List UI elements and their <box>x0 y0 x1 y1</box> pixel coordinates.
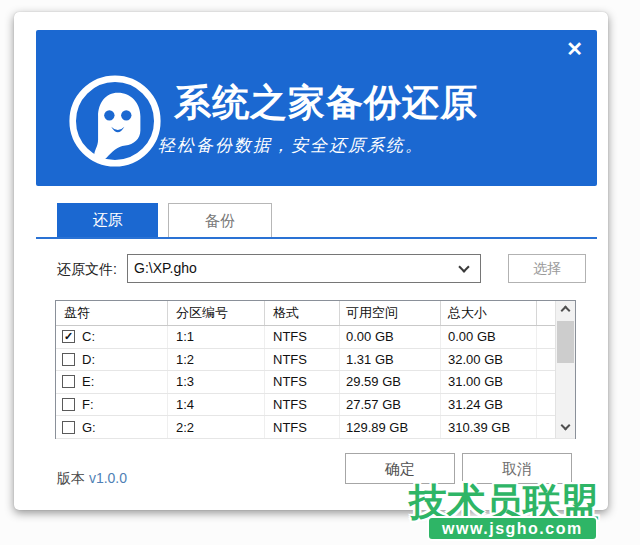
ghost-logo-icon <box>68 74 162 168</box>
app-title: 系统之家备份还原 <box>174 78 478 128</box>
drive-cell: G: <box>56 416 168 438</box>
table-cell: 1.31 GB <box>340 349 441 371</box>
row-checkbox[interactable] <box>62 421 75 434</box>
restore-file-label: 还原文件: <box>57 261 117 279</box>
partition-table: 盘符分区编号格式可用空间总大小 ✓C:1:1NTFS0.00 GB0.00 GB… <box>55 300 576 439</box>
table-scrollbar[interactable] <box>555 301 575 438</box>
table-row[interactable]: E:1:3NTFS29.59 GB31.00 GB <box>56 371 575 394</box>
table-cell: 129.89 GB <box>340 416 441 438</box>
chevron-down-icon[interactable] <box>458 261 469 272</box>
table-header-row: 盘符分区编号格式可用空间总大小 <box>56 301 575 326</box>
close-icon[interactable]: ✕ <box>566 38 583 60</box>
table-row[interactable]: F:1:4NTFS27.57 GB31.24 GB <box>56 394 575 417</box>
table-cell: 1:1 <box>168 326 265 348</box>
row-checkbox[interactable] <box>62 375 75 388</box>
row-checkbox[interactable] <box>62 353 75 366</box>
drive-cell: E: <box>56 371 168 393</box>
table-cell: 310.39 GB <box>441 416 537 438</box>
column-header[interactable]: 总大小 <box>441 301 537 325</box>
table-cell: 0.00 GB <box>441 326 537 348</box>
column-header[interactable]: 可用空间 <box>340 301 441 325</box>
drive-letter: G: <box>82 420 96 435</box>
table-cell: 27.57 GB <box>340 394 441 416</box>
choose-file-button[interactable]: 选择 <box>508 254 586 283</box>
column-header[interactable]: 分区编号 <box>168 301 265 325</box>
row-checkbox[interactable]: ✓ <box>62 330 75 343</box>
drive-cell: F: <box>56 394 168 416</box>
table-cell: 1:2 <box>168 349 265 371</box>
restore-file-combobox[interactable]: G:\XP.gho <box>127 254 481 283</box>
app-subtitle: 轻松备份数据，安全还原系统。 <box>158 134 424 157</box>
column-header[interactable]: 盘符 <box>56 301 168 325</box>
drive-letter: D: <box>82 352 95 367</box>
table-cell: NTFS <box>265 394 340 416</box>
table-cell: NTFS <box>265 326 340 348</box>
drive-letter: F: <box>82 397 94 412</box>
column-header[interactable]: 格式 <box>265 301 340 325</box>
scrollbar-thumb[interactable] <box>557 321 574 363</box>
table-cell: 0.00 GB <box>340 326 441 348</box>
table-body: ✓C:1:1NTFS0.00 GB0.00 GBD:1:2NTFS1.31 GB… <box>56 326 575 439</box>
scroll-down-icon[interactable] <box>556 420 575 438</box>
table-row[interactable]: G:2:2NTFS129.89 GB310.39 GB <box>56 416 575 439</box>
version-text: 版本 v1.0.0 <box>57 470 127 488</box>
header-banner: ✕ 系统之家备份还原 轻松备份数据，安全还原系统。 <box>36 30 597 186</box>
drive-letter: C: <box>82 329 95 344</box>
tab-backup[interactable]: 备份 <box>168 203 272 237</box>
watermark-url: www.jsgho.com <box>427 516 598 541</box>
table-cell: 31.24 GB <box>441 394 537 416</box>
table-cell: NTFS <box>265 371 340 393</box>
table-cell: NTFS <box>265 416 340 438</box>
table-cell: 2:2 <box>168 416 265 438</box>
row-checkbox[interactable] <box>62 398 75 411</box>
restore-file-value: G:\XP.gho <box>134 255 197 282</box>
table-cell: 31.00 GB <box>441 371 537 393</box>
table-row[interactable]: D:1:2NTFS1.31 GB32.00 GB <box>56 349 575 372</box>
app-window: ✕ 系统之家备份还原 轻松备份数据，安全还原系统。 还原 备份 还原文件: G:… <box>14 12 608 510</box>
table-cell: 1:4 <box>168 394 265 416</box>
table-row[interactable]: ✓C:1:1NTFS0.00 GB0.00 GB <box>56 326 575 349</box>
table-cell: 29.59 GB <box>340 371 441 393</box>
table-cell: NTFS <box>265 349 340 371</box>
drive-cell: ✓C: <box>56 326 168 348</box>
table-cell: 32.00 GB <box>441 349 537 371</box>
drive-cell: D: <box>56 349 168 371</box>
tab-restore[interactable]: 还原 <box>57 203 158 237</box>
scroll-up-icon[interactable] <box>556 301 575 319</box>
tab-underline <box>36 237 597 239</box>
table-cell: 1:3 <box>168 371 265 393</box>
drive-letter: E: <box>82 374 94 389</box>
